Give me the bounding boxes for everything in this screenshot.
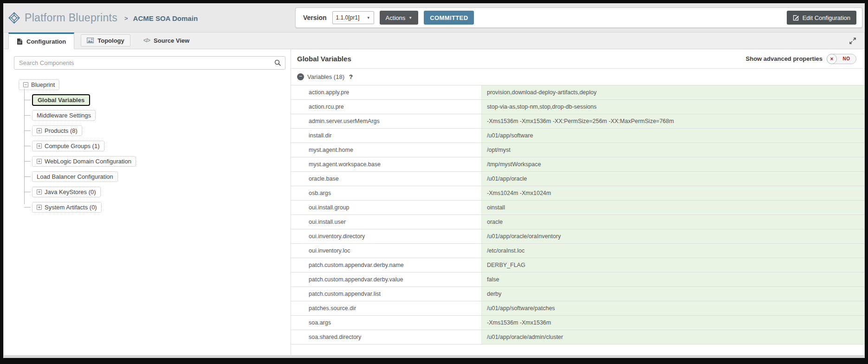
variable-value-cell: -Xms1024m -Xmx1024m (481, 186, 864, 200)
variable-name-cell: action.apply.pre (291, 85, 481, 99)
variable-name-cell: admin.server.userMemArgs (291, 114, 481, 128)
table-row: osb.args -Xms1024m -Xmx1024m (291, 186, 864, 201)
variables-section-label: Variables (18) (307, 73, 344, 80)
expand-plus-icon[interactable]: + (37, 128, 42, 133)
expand-plus-icon[interactable]: + (37, 189, 42, 195)
actions-button[interactable]: Actions ▼ (380, 11, 419, 25)
tree-node[interactable]: + WebLogic Domain Configuration (32, 156, 136, 167)
tree-row: + WebLogic Domain Configuration (24, 154, 291, 169)
version-select-value: 1.1.0[pr1] (336, 14, 360, 21)
tree-row: Global Variables (24, 92, 291, 108)
variable-value-cell: /tmp/mystWorkspace (481, 157, 864, 171)
edit-configuration-button[interactable]: Edit Configuration (787, 11, 856, 25)
variable-name-cell: install.dir (291, 129, 481, 143)
tree-node-label: Load Balancer Configuration (37, 173, 113, 180)
help-icon[interactable]: ? (349, 73, 353, 80)
app-chrome: Platform Blueprints > ACME SOA Domain Ve… (3, 3, 865, 358)
tab-configuration[interactable]: Configuration (8, 32, 74, 49)
tree-node[interactable]: + System Artifacts (0) (32, 202, 102, 213)
expand-plus-icon[interactable]: + (37, 159, 42, 164)
component-tree-panel: − Blueprint Global Variables (4, 49, 291, 355)
global-variables-panel: Global Variables Show advanced propertie… (291, 49, 864, 355)
variable-value-cell: /u01/app/oracle/admin/cluster (481, 330, 864, 344)
tree-node[interactable]: + Compute Groups (1) (32, 141, 104, 151)
tree-root-label: Blueprint (31, 81, 55, 88)
search-box (14, 56, 285, 70)
table-row: admin.server.userMemArgs -Xms1536m -Xmx1… (291, 114, 864, 129)
table-row: action.apply.pre provision,download-depl… (291, 85, 864, 100)
search-input[interactable] (14, 56, 285, 70)
tree-row: Load Balancer Configuration (24, 169, 291, 184)
tree-node-label: Compute Groups (1) (45, 143, 100, 150)
tree-row: + Compute Groups (1) (24, 138, 291, 154)
blueprint-cube-icon (8, 12, 20, 24)
toggle-x-icon: × (827, 54, 837, 64)
variables-section-header: − Variables (18) ? (291, 69, 864, 85)
table-row: patch.custom.appendvar.derby.name DERBY_… (291, 258, 864, 273)
table-row: soa.args -Xms1536m -Xmx1536m (291, 316, 864, 330)
tree-children: Global Variables Middleware Settings (24, 90, 291, 215)
toggle-state-label: NO (837, 56, 856, 61)
collapse-minus-icon[interactable]: − (23, 82, 28, 87)
variable-value-cell: -Xms1536m -Xmx1536m (481, 316, 864, 330)
variable-name-cell: myst.agent.workspace.base (291, 157, 481, 171)
variables-table: action.apply.pre provision,download-depl… (291, 85, 864, 344)
variable-value-cell: /u01/app/software (481, 129, 864, 143)
advanced-properties-toggle[interactable]: × NO (827, 54, 856, 64)
main-panels: − Blueprint Global Variables (4, 49, 864, 355)
variable-name-cell: patch.custom.appendvar.derby.name (291, 258, 481, 272)
tree-root-node[interactable]: − Blueprint (19, 79, 59, 90)
tree-row: Middleware Settings (24, 108, 291, 123)
app-title: Platform Blueprints (25, 12, 117, 24)
table-row: patch.custom.appendvar.list derby (291, 287, 864, 301)
blueprint-tree: − Blueprint Global Variables (19, 79, 291, 215)
tree-node-label: Java KeyStores (0) (45, 188, 96, 195)
version-toolbar: Version 1.1.0[pr1] ▼ Actions ▼ COMMITTED (295, 7, 862, 28)
advanced-properties-control: Show advanced properties × NO (746, 54, 856, 64)
table-row: patch.custom.appendvar.derby.value false (291, 273, 864, 287)
variable-value-cell: /u01/app/oracle/oraInventory (481, 229, 864, 243)
expand-plus-icon[interactable]: + (37, 143, 42, 149)
image-icon (87, 38, 94, 43)
content-box: Configuration Topology </> Source View (4, 32, 864, 355)
tab-topology[interactable]: Topology (81, 34, 130, 46)
edit-pencil-icon (793, 14, 799, 21)
table-row: action.rcu.pre stop-via-as,stop-nm,stop,… (291, 100, 864, 114)
tab-bar: Configuration Topology </> Source View (4, 32, 864, 49)
collapse-section-icon[interactable]: − (297, 73, 304, 80)
table-row: oracle.base /u01/app/oracle (291, 172, 864, 186)
tree-row: + Java KeyStores (0) (24, 184, 291, 200)
variable-name-cell: patch.custom.appendvar.derby.value (291, 273, 481, 286)
variable-value-cell: oracle (481, 215, 864, 229)
variable-name-cell: oui.inventory.directory (291, 229, 481, 243)
tree-node-label: Global Variables (38, 97, 84, 104)
panel-header: Global Variables Show advanced propertie… (291, 49, 864, 69)
variable-value-cell: DERBY_FLAG (481, 258, 864, 272)
variable-name-cell: action.rcu.pre (291, 100, 481, 114)
search-icon (274, 59, 281, 68)
tree-node[interactable]: + Java KeyStores (0) (32, 187, 101, 197)
table-row: oui.install.group oinstall (291, 201, 864, 215)
brand: Platform Blueprints > ACME SOA Domain (8, 12, 198, 24)
variable-name-cell: oui.inventory.loc (291, 244, 481, 258)
table-row: oui.inventory.loc /etc/oraInst.loc (291, 244, 864, 258)
page-title: Global Variables (297, 55, 351, 63)
tree-node[interactable]: + Products (8) (32, 125, 82, 136)
tree-row: + Products (8) (24, 123, 291, 138)
fullscreen-expand-icon[interactable] (848, 36, 858, 46)
variable-value-cell: provision,download-deploy-artifacts,depl… (481, 85, 864, 99)
breadcrumb-separator: > (124, 13, 128, 22)
version-select[interactable]: 1.1.0[pr1] ▼ (332, 11, 374, 24)
variable-name-cell: myst.agent.home (291, 143, 481, 157)
variable-value-cell: /opt/myst (481, 143, 864, 157)
variable-value-cell: derby (481, 287, 864, 301)
tab-source-view[interactable]: </> Source View (140, 34, 193, 46)
tree-node-label: Products (8) (45, 127, 78, 134)
tree-node[interactable]: Middleware Settings (32, 110, 96, 121)
variable-value-cell: false (481, 273, 864, 286)
tree-node[interactable]: Global Variables (32, 94, 90, 106)
variable-name-cell: soa.shared.directory (291, 330, 481, 344)
table-row: oui.install.user oracle (291, 215, 864, 229)
expand-plus-icon[interactable]: + (37, 205, 42, 210)
tree-node[interactable]: Load Balancer Configuration (32, 171, 118, 182)
